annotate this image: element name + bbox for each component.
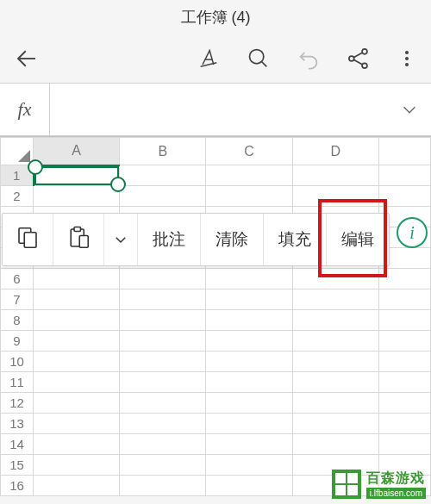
top-toolbar — [0, 34, 431, 83]
svg-rect-10 — [74, 227, 81, 231]
copy-icon — [15, 225, 41, 255]
row-header-7[interactable]: 7 — [1, 289, 34, 310]
fill-button[interactable]: 填充 — [264, 214, 327, 265]
row-header-11[interactable]: 11 — [1, 372, 34, 393]
row-header-2[interactable]: 2 — [1, 186, 34, 207]
svg-point-3 — [362, 63, 367, 68]
row-header-1[interactable]: 1 — [1, 165, 34, 186]
back-button[interactable] — [14, 46, 48, 72]
select-all-corner[interactable] — [1, 138, 34, 165]
search-icon[interactable] — [247, 47, 271, 71]
spreadsheet-grid[interactable]: A B C D 1 2 3 4 5 6 7 8 9 10 11 12 13 14… — [0, 136, 431, 496]
watermark-url: i.lfbaisen.com — [366, 488, 426, 499]
watermark-logo-icon — [332, 470, 361, 499]
formula-expand[interactable] — [388, 100, 431, 119]
svg-point-2 — [362, 49, 367, 54]
more-icon[interactable] — [397, 47, 417, 71]
svg-point-5 — [405, 57, 409, 60]
fx-label[interactable]: fx — [0, 84, 50, 135]
col-header-extra[interactable] — [378, 138, 430, 165]
col-header-A[interactable]: A — [34, 138, 120, 165]
col-header-B[interactable]: B — [120, 138, 206, 165]
paste-button[interactable] — [53, 214, 104, 265]
watermark-title: 百森游戏 — [366, 470, 426, 488]
svg-rect-8 — [24, 232, 36, 247]
row-header-8[interactable]: 8 — [1, 310, 34, 331]
paste-options[interactable] — [104, 214, 138, 265]
svg-rect-11 — [79, 235, 88, 247]
watermark: 百森游戏 i.lfbaisen.com — [332, 470, 426, 499]
clear-button[interactable]: 清除 — [201, 214, 264, 265]
workbook-title: 工作簿 (4) — [181, 7, 251, 28]
svg-point-4 — [405, 51, 409, 54]
arrow-left-icon — [14, 46, 40, 72]
copy-button[interactable] — [3, 214, 53, 265]
formula-input[interactable] — [50, 84, 388, 135]
row-header-16[interactable]: 16 — [1, 476, 34, 496]
row-header-14[interactable]: 14 — [1, 434, 34, 455]
font-style-icon[interactable] — [197, 47, 221, 71]
annotate-button[interactable]: 批注 — [138, 214, 201, 265]
share-icon[interactable] — [347, 47, 371, 71]
row-header-6[interactable]: 6 — [1, 269, 34, 289]
svg-point-6 — [405, 63, 409, 66]
clipboard-icon — [66, 225, 91, 255]
header: 工作簿 (4) — [0, 0, 431, 34]
formula-bar: fx — [0, 83, 431, 136]
row-header-10[interactable]: 10 — [1, 352, 34, 372]
svg-point-0 — [250, 50, 264, 64]
svg-point-1 — [349, 56, 354, 61]
col-header-D[interactable]: D — [292, 138, 378, 165]
info-button[interactable]: i — [397, 217, 428, 248]
context-menu: 批注 清除 填充 编辑 — [2, 213, 390, 266]
col-header-C[interactable]: C — [206, 138, 292, 165]
row-header-12[interactable]: 12 — [1, 393, 34, 414]
row-header-13[interactable]: 13 — [1, 414, 34, 434]
edit-button[interactable]: 编辑 — [327, 214, 389, 265]
row-header-15[interactable]: 15 — [1, 455, 34, 476]
undo-icon[interactable] — [297, 47, 321, 71]
row-header-9[interactable]: 9 — [1, 331, 34, 352]
